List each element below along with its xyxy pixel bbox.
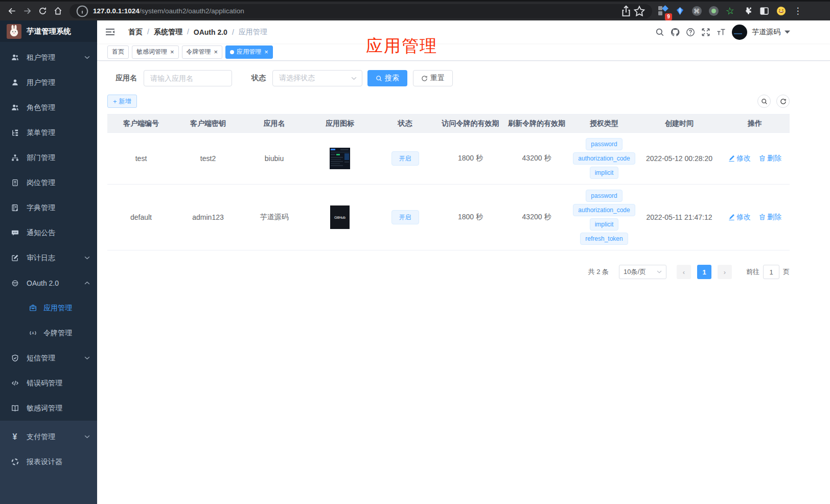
browser-home-button[interactable] xyxy=(50,4,65,19)
site-info-icon[interactable] xyxy=(76,5,89,18)
toggle-search-button[interactable] xyxy=(757,95,771,108)
tab-home[interactable]: 首页 xyxy=(107,45,129,59)
token-signal-icon: A xyxy=(29,329,37,337)
kebab-menu-icon[interactable]: ⋮ xyxy=(790,4,805,19)
code-icon xyxy=(11,379,19,387)
fullscreen-icon[interactable] xyxy=(698,25,713,40)
close-icon[interactable]: × xyxy=(170,49,174,55)
edit-link[interactable]: 修改 xyxy=(728,213,751,222)
sidebar-item-role[interactable]: 角色管理 xyxy=(0,95,97,120)
sidebar-item-audit-log[interactable]: 审计日志 xyxy=(0,245,97,270)
close-icon[interactable]: × xyxy=(214,49,218,55)
sidebar-item-sms[interactable]: 短信管理 xyxy=(0,346,97,371)
share-icon[interactable] xyxy=(619,5,633,18)
sidebar-item-sensitive-word[interactable]: 敏感词管理 xyxy=(0,396,97,421)
address-bar[interactable]: 127.0.0.1:1024/system/oauth2/oauth2/appl… xyxy=(70,4,652,18)
delete-link[interactable]: 删除 xyxy=(759,213,781,222)
font-size-icon[interactable] xyxy=(713,25,729,40)
user-icon xyxy=(11,79,19,87)
reset-button[interactable]: 重置 xyxy=(413,70,453,86)
table-row: default admin123 芋道源码 GitHub 开启 1800 秒 4… xyxy=(107,185,790,250)
sidebar-item-error-code[interactable]: 错误码管理 xyxy=(0,371,97,396)
report-wheel-icon xyxy=(11,458,19,466)
breadcrumb-oauth[interactable]: OAuth 2.0 xyxy=(194,28,239,36)
pagination-total: 共 2 条 xyxy=(588,267,609,277)
browser-reload-button[interactable] xyxy=(35,4,50,19)
sidebar-item-dept[interactable]: 部门管理 xyxy=(0,145,97,170)
tree-menu-icon xyxy=(11,129,19,137)
url-host: 127.0.0.1:1024 xyxy=(93,7,140,15)
breadcrumb-current: 应用管理 xyxy=(239,28,267,37)
sidebar-item-menu[interactable]: 菜单管理 xyxy=(0,120,97,145)
tab-sensitive-word[interactable]: 敏感词管理 × xyxy=(132,45,179,59)
page-size-select[interactable]: 10条/页 xyxy=(619,265,666,279)
tab-token[interactable]: 令牌管理 × xyxy=(182,45,223,59)
app-icon-image xyxy=(330,148,350,169)
sidebar-item-oauth-token[interactable]: A 令牌管理 xyxy=(0,320,97,346)
col-app-icon: 应用图标 xyxy=(307,114,373,133)
sidebar-item-post[interactable]: 岗位管理 xyxy=(0,170,97,195)
sidebar-collapse-icon[interactable] xyxy=(105,27,117,38)
breadcrumb: 首页 系统管理 OAuth 2.0 应用管理 xyxy=(128,28,267,37)
col-client-secret: 客户端密钥 xyxy=(175,114,241,133)
tab-application-active[interactable]: 应用管理 × xyxy=(225,45,273,59)
sidebar-item-oauth-application[interactable]: 应用管理 xyxy=(0,295,97,320)
sidebar-item-dict[interactable]: 字典管理 xyxy=(0,195,97,220)
sidebar: 芋道管理系统 租户管理 用户管理 角色管理 菜单管理 部门管理 xyxy=(0,20,97,504)
chevron-down-icon xyxy=(84,256,90,260)
extension-command-icon[interactable]: ⌘ xyxy=(689,4,704,19)
pagination: 共 2 条 10条/页 ‹ 1 › 前往 页 xyxy=(107,265,790,279)
next-page-button[interactable]: › xyxy=(718,265,732,279)
sidebar-item-tenant[interactable]: 租户管理 xyxy=(0,45,97,70)
help-icon[interactable] xyxy=(683,25,698,40)
app-name-input[interactable] xyxy=(144,70,232,86)
username[interactable]: 芋道源码 xyxy=(752,28,780,37)
app-title: 芋道管理系统 xyxy=(27,27,71,36)
sidebar-item-pay[interactable]: ¥ 支付管理 xyxy=(0,424,97,449)
extension-record-icon[interactable] xyxy=(706,4,721,19)
caret-down-icon[interactable] xyxy=(785,30,790,34)
status-badge: 开启 xyxy=(391,210,419,224)
browser-forward-button[interactable] xyxy=(19,4,35,19)
col-access-ttl: 访问令牌的有效期 xyxy=(437,114,503,133)
goto-page-input[interactable] xyxy=(763,265,779,279)
breadcrumb-home[interactable]: 首页 xyxy=(128,28,154,37)
app-icon-image: GitHub xyxy=(330,205,350,229)
chevron-down-icon xyxy=(84,356,90,360)
app-logo[interactable]: 芋道管理系统 xyxy=(0,20,97,42)
plus-icon: + xyxy=(113,98,117,105)
browser-back-button[interactable] xyxy=(4,4,19,19)
profile-emoji-icon[interactable] xyxy=(773,4,789,19)
sidebar-item-report-designer[interactable]: 报表设计器 xyxy=(0,449,97,474)
delete-link[interactable]: 删除 xyxy=(759,154,781,163)
user-avatar[interactable] xyxy=(732,25,747,40)
close-icon[interactable]: × xyxy=(264,49,268,55)
extension-green-star-icon[interactable]: ☆ xyxy=(723,4,738,19)
breadcrumb-system[interactable]: 系统管理 xyxy=(154,28,194,37)
sidebar-item-notice[interactable]: 通知公告 xyxy=(0,220,97,245)
chevron-down-icon xyxy=(84,56,90,59)
extension-gem-icon[interactable] xyxy=(672,4,687,19)
add-button[interactable]: + 新增 xyxy=(107,95,137,108)
sidebar-bottom-section: ¥ 支付管理 报表设计器 xyxy=(0,421,97,504)
prev-page-button[interactable]: ‹ xyxy=(677,265,691,279)
bookmark-star-icon[interactable] xyxy=(633,5,646,18)
home-icon xyxy=(53,6,63,16)
current-page[interactable]: 1 xyxy=(697,265,711,279)
extension-grid-icon[interactable]: 9 xyxy=(655,4,671,19)
id-badge-icon xyxy=(11,179,19,187)
col-grant-types: 授权类型 xyxy=(570,114,638,133)
edit-link[interactable]: 修改 xyxy=(728,154,751,163)
split-view-icon[interactable] xyxy=(756,4,772,19)
sidebar-item-oauth[interactable]: OAuth 2.0 xyxy=(0,270,97,295)
search-icon[interactable] xyxy=(652,25,667,40)
refresh-table-button[interactable] xyxy=(776,95,790,108)
trash-icon xyxy=(759,214,766,220)
github-icon[interactable] xyxy=(667,25,683,40)
extension-puzzle-icon[interactable] xyxy=(740,4,755,19)
status-select[interactable]: 请选择状态 xyxy=(272,70,362,86)
app-name-label: 应用名 xyxy=(116,74,137,83)
sidebar-item-user[interactable]: 用户管理 xyxy=(0,70,97,95)
search-button[interactable]: 搜索 xyxy=(367,70,407,86)
back-icon xyxy=(7,6,17,16)
